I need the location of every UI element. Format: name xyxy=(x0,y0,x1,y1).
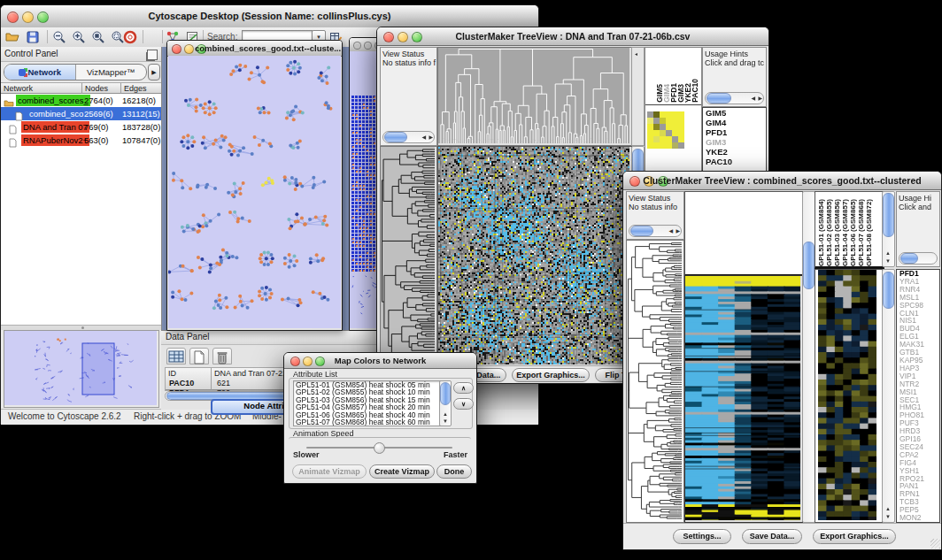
treeview1-title: ClusterMaker TreeView : DNA and Tran 07-… xyxy=(377,31,768,42)
tv2-view-status-line2: No status info xyxy=(627,203,683,211)
tv2-settings---button[interactable]: Settings... xyxy=(673,529,731,544)
matrix-cell xyxy=(672,118,678,124)
tv2-hints-hscroll-thumb[interactable] xyxy=(900,253,918,264)
slider-thumb[interactable] xyxy=(374,442,385,454)
tab-vizmapper[interactable]: VizMapper™ xyxy=(76,65,147,80)
open-file-icon[interactable] xyxy=(5,30,21,44)
scroll-down-icon[interactable]: ▼ xyxy=(885,514,891,519)
tv1-hints-hscrollbar[interactable]: ◀ ▶ xyxy=(705,92,764,104)
scroll-left-icon[interactable]: ◀ xyxy=(421,134,426,140)
tv2-summary-vscroll-thumb[interactable] xyxy=(883,272,894,309)
birdseye-view[interactable] xyxy=(4,330,159,408)
tv1-row-dendrogram[interactable] xyxy=(381,147,435,364)
tv2-hints-hscrollbar[interactable] xyxy=(899,252,938,265)
network-name: RNAPuberNov2+ xyxy=(21,134,89,146)
network-tree-row[interactable]: RNAPuberNov2+563(0)107847(0) xyxy=(1,134,161,147)
tv2-row-dendrogram[interactable] xyxy=(627,241,682,520)
network-window-title: combined_scores_good.txt--cluste... xyxy=(167,43,342,53)
zoom-fit-icon[interactable] xyxy=(91,30,107,44)
network-edges-count: 107847(0) xyxy=(122,134,160,146)
tv2-heatmap-vscrollbar[interactable] xyxy=(802,191,815,523)
birdseye-canvas[interactable] xyxy=(4,331,157,405)
gene-label[interactable]: MON2 xyxy=(897,514,939,522)
tv2-labels-vscrollbar[interactable]: ▲ ▼ xyxy=(882,191,895,267)
gene-label[interactable]: GIM4 xyxy=(703,118,766,127)
scroll-left-icon[interactable]: ◀ xyxy=(668,228,673,234)
tv2-heatmap-canvas[interactable] xyxy=(685,276,800,520)
gene-label[interactable]: PFD1 xyxy=(703,127,766,137)
save-session-icon[interactable] xyxy=(26,30,42,44)
tv2-heatmap-vscroll-thumb[interactable] xyxy=(803,242,815,289)
tv1-column-dendrogram[interactable] xyxy=(438,48,629,143)
tv2-status-hscrollbar[interactable]: ◀ ▶ xyxy=(629,225,682,237)
dialog-titlebar[interactable]: Map Colors to Network xyxy=(284,353,476,369)
tv1-export-graphics---button[interactable]: Export Graphics... xyxy=(512,368,590,382)
minimize-button[interactable] xyxy=(364,42,372,50)
scroll-up-icon[interactable]: ▲ xyxy=(885,506,891,511)
animation-speed-slider[interactable] xyxy=(306,442,452,453)
zoom-in-icon[interactable] xyxy=(72,30,88,44)
tv2-labels-vscroll-thumb[interactable] xyxy=(883,193,894,237)
network-tree-row[interactable]: DNA and Tran 07769(0)183728(0) xyxy=(1,120,161,134)
scroll-right-icon[interactable]: ▶ xyxy=(429,134,433,140)
network-tree-row[interactable]: combined_sco2569(6)13112(15) xyxy=(1,107,161,120)
attribute-list-vscrollbar[interactable]: ▲ ▼ xyxy=(439,380,452,426)
scroll-right-icon[interactable]: ▶ xyxy=(758,96,762,101)
zoom-out-icon[interactable] xyxy=(52,30,68,44)
tv2-export-graphics---button[interactable]: Export Graphics... xyxy=(813,529,896,544)
tv2-gene-list[interactable]: PFD1YRA1RNR4MSL1SPC98CLN1NIS1BUD4ELG1MAK… xyxy=(896,269,940,523)
network-canvas[interactable] xyxy=(168,56,341,328)
tv1-summary-matrix[interactable] xyxy=(647,111,684,149)
dialog-title: Map Colors to Network xyxy=(284,356,476,365)
gene-label[interactable]: GIM3 xyxy=(703,137,766,147)
gene-label[interactable]: PAC10 xyxy=(703,157,766,166)
attribute-list-vscroll-thumb[interactable] xyxy=(440,382,451,405)
float-panel-icon[interactable] xyxy=(147,50,158,60)
gene-label[interactable]: GIM5 xyxy=(703,108,766,118)
treeview2-titlebar[interactable]: ClusterMaker TreeView : combined_scores_… xyxy=(623,172,941,190)
table-panel-icon[interactable] xyxy=(166,348,186,364)
gene-label[interactable]: YKE2 xyxy=(703,147,766,157)
tv2-summary-heatmap[interactable] xyxy=(818,270,876,520)
main-titlebar[interactable]: Cytoscape Desktop (Session Name: collins… xyxy=(1,5,538,28)
move-down-button[interactable]: ∨ xyxy=(453,398,474,410)
matrix-cell xyxy=(678,118,684,124)
tv1-heatmap-canvas[interactable] xyxy=(438,147,629,364)
treeview1-titlebar[interactable]: ClusterMaker TreeView : DNA and Tran 07-… xyxy=(377,27,768,46)
attribute-list[interactable]: GPL51-01 (GSM854) heat shock 05 minGPL51… xyxy=(293,380,441,426)
move-up-button[interactable]: ∧ xyxy=(453,382,474,394)
tv1-hints-hscroll-thumb[interactable] xyxy=(706,93,731,104)
scroll-left-icon[interactable]: ◂ xyxy=(635,51,637,57)
animate-vizmap-button[interactable]: Animate Vizmap xyxy=(292,464,367,479)
tv1-status-hscroll-thumb[interactable] xyxy=(384,132,407,142)
scroll-down-icon[interactable]: ▼ xyxy=(443,418,448,424)
network-window-titlebar[interactable]: combined_scores_good.txt--cluste... xyxy=(167,41,342,57)
scroll-up-icon[interactable]: ▲ xyxy=(885,250,891,256)
create-vizmap-button[interactable]: Create Vizmap xyxy=(369,464,435,479)
resize-grip[interactable] xyxy=(930,539,940,548)
done-button[interactable]: Done xyxy=(436,464,472,479)
tv2-status-hscroll-thumb[interactable] xyxy=(630,226,653,236)
tv2-array-tree-area[interactable] xyxy=(684,191,803,276)
tab-network[interactable]: Network xyxy=(4,65,76,80)
tv2-save-data---button[interactable]: Save Data... xyxy=(742,529,802,544)
delete-attribute-icon[interactable] xyxy=(212,348,232,364)
tv1-status-hscrollbar[interactable]: ◀ ▶ xyxy=(382,131,435,143)
tv1-usage-hints-panel: Usage Hints Click and drag tc ◀ ▶ xyxy=(702,47,767,107)
network-edges-count: 183728(0) xyxy=(122,121,160,133)
network-nodes-count: 2764(0) xyxy=(84,95,113,106)
help-lifebuoy-icon[interactable] xyxy=(123,30,139,44)
matrix-cell xyxy=(647,136,653,142)
tab-overflow-button[interactable]: ▶ xyxy=(148,64,160,81)
new-attribute-icon[interactable] xyxy=(189,348,209,364)
scroll-right-icon[interactable]: ▶ xyxy=(676,228,680,234)
scroll-down-icon[interactable]: ▼ xyxy=(885,258,891,264)
scroll-left-icon[interactable]: ◀ xyxy=(751,96,755,101)
close-button[interactable] xyxy=(353,42,361,50)
scroll-up-icon[interactable]: ▲ xyxy=(443,411,448,417)
tv2-column-label: GPL51-04 (GSM857) xyxy=(841,199,849,266)
matrix-cell xyxy=(678,124,684,130)
tv2-summary-vscrollbar[interactable]: ▲ ▼ xyxy=(882,269,895,523)
network-tree-row[interactable]: combined_scores_2764(0)16218(0) xyxy=(1,94,161,107)
attribute-list-item[interactable]: GPL51-07 (GSM868) heat shock 60 min xyxy=(294,418,440,426)
